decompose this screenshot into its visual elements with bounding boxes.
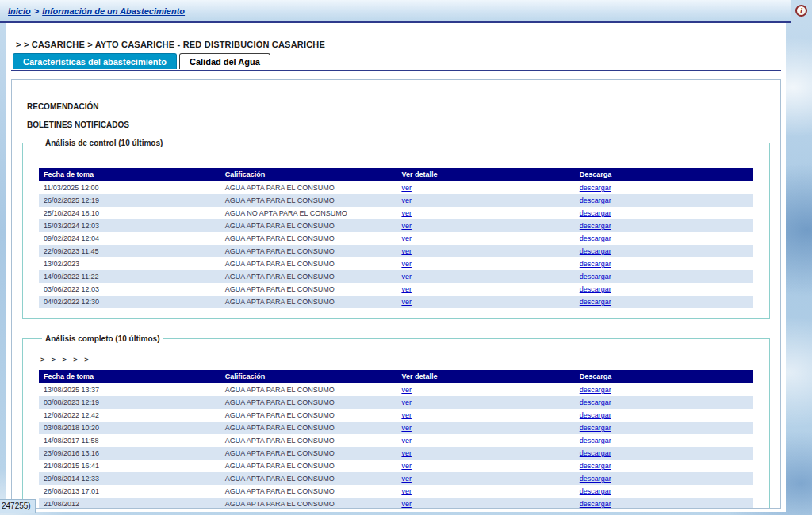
descargar-link[interactable]: descargar xyxy=(580,260,611,268)
ver-link[interactable]: ver xyxy=(401,399,412,406)
statusbar-fragment: 247255) xyxy=(0,499,36,513)
table-row: 03/06/2022 12:03 AGUA APTA PARA EL CONSU… xyxy=(39,283,753,296)
table-row: 04/02/2022 12:30 AGUA APTA PARA EL CONSU… xyxy=(39,296,753,308)
table-row: 25/10/2024 18:10 AGUA NO APTA PARA EL CO… xyxy=(39,207,753,219)
analisis-control-table: Fecha de toma Calificación Ver detalle D… xyxy=(39,168,753,308)
ver-link[interactable]: ver xyxy=(401,273,412,280)
table-row: 12/08/2022 12:42 AGUA APTA PARA EL CONSU… xyxy=(39,409,753,422)
fecha-cell: 26/02/2025 12:19 xyxy=(39,194,220,207)
calificacion-cell: AGUA NO APTA PARA EL CONSUMO xyxy=(220,207,397,219)
col-calificacion: Calificación xyxy=(220,370,397,383)
fecha-cell: 21/08/2015 16:41 xyxy=(39,460,220,472)
fecha-cell: 14/08/2017 11:58 xyxy=(39,434,220,447)
descargar-link[interactable]: descargar xyxy=(580,209,611,217)
ver-link[interactable]: ver xyxy=(401,500,412,508)
table-row: 26/02/2025 12:19 AGUA APTA PARA EL CONSU… xyxy=(39,194,753,207)
calificacion-cell: AGUA APTA PARA EL CONSUMO xyxy=(220,396,397,409)
descargar-link[interactable]: descargar xyxy=(580,399,611,406)
table-row: 03/08/2023 12:19 AGUA APTA PARA EL CONSU… xyxy=(39,396,753,409)
ver-link[interactable]: ver xyxy=(401,196,412,204)
calificacion-cell: AGUA APTA PARA EL CONSUMO xyxy=(220,472,397,485)
analisis-control-fieldset: Análisis de control (10 últimos) Fecha d… xyxy=(22,139,770,319)
tab-calidad-agua[interactable]: Calidad del Agua xyxy=(179,53,270,69)
table-row: 21/08/2015 16:41 AGUA APTA PARA EL CONSU… xyxy=(39,460,753,472)
breadcrumb: Inicio>Información de un Abastecimiento xyxy=(8,6,185,16)
ver-link[interactable]: ver xyxy=(401,285,412,293)
info-icon[interactable]: i xyxy=(795,5,807,17)
descargar-link[interactable]: descargar xyxy=(580,298,611,306)
breadcrumb-current-link[interactable]: Información de un Abastecimiento xyxy=(42,6,185,16)
analisis-completo-table: Fecha de toma Calificación Ver detalle D… xyxy=(39,370,753,509)
calificacion-cell: AGUA APTA PARA EL CONSUMO xyxy=(220,447,397,460)
table-row: 11/03/2025 12:00 AGUA APTA PARA EL CONSU… xyxy=(39,181,753,194)
table-row: 09/02/2024 12:04 AGUA APTA PARA EL CONSU… xyxy=(39,232,753,245)
descargar-link[interactable]: descargar xyxy=(580,285,611,293)
fecha-cell: 09/02/2024 12:04 xyxy=(39,232,220,245)
col-descarga: Descarga xyxy=(575,168,753,181)
breadcrumb-home-link[interactable]: Inicio xyxy=(8,6,31,16)
descargar-link[interactable]: descargar xyxy=(580,462,611,470)
calificacion-cell: AGUA APTA PARA EL CONSUMO xyxy=(220,232,397,245)
table-row: 03/08/2018 10:20 AGUA APTA PARA EL CONSU… xyxy=(39,422,753,434)
content-panel: > > CASARICHE > AYTO CASARICHE - RED DIS… xyxy=(6,23,786,512)
fecha-cell: 11/03/2025 12:00 xyxy=(39,181,220,194)
descargar-link[interactable]: descargar xyxy=(580,235,611,242)
calificacion-cell: AGUA APTA PARA EL CONSUMO xyxy=(220,296,397,308)
pagination-link[interactable]: > xyxy=(84,356,88,364)
descargar-link[interactable]: descargar xyxy=(580,487,611,495)
table-row: 14/09/2022 11:22 AGUA APTA PARA EL CONSU… xyxy=(39,270,753,283)
ver-link[interactable]: ver xyxy=(401,184,412,192)
col-descarga: Descarga xyxy=(575,370,753,383)
descargar-link[interactable]: descargar xyxy=(580,184,611,192)
pagination: > > > > > xyxy=(40,356,753,364)
descargar-link[interactable]: descargar xyxy=(580,437,611,444)
descargar-link[interactable]: descargar xyxy=(580,273,611,280)
ver-link[interactable]: ver xyxy=(401,487,412,495)
descargar-link[interactable]: descargar xyxy=(580,500,611,508)
ver-link[interactable]: ver xyxy=(401,462,412,470)
ver-link[interactable]: ver xyxy=(401,386,412,394)
fecha-cell: 03/08/2023 12:19 xyxy=(39,396,220,409)
col-ver-detalle: Ver detalle xyxy=(396,168,574,181)
descargar-link[interactable]: descargar xyxy=(580,411,611,419)
descargar-link[interactable]: descargar xyxy=(580,247,611,255)
ver-link[interactable]: ver xyxy=(401,424,412,432)
pagination-link[interactable]: > xyxy=(52,356,56,364)
ver-link[interactable]: ver xyxy=(401,260,412,268)
ver-link[interactable]: ver xyxy=(401,209,412,217)
ver-link[interactable]: ver xyxy=(401,475,412,483)
calificacion-cell: AGUA APTA PARA EL CONSUMO xyxy=(220,258,397,270)
table-header-row: Fecha de toma Calificación Ver detalle D… xyxy=(39,370,753,383)
table-row: 26/08/2013 17:01 AGUA APTA PARA EL CONSU… xyxy=(39,485,753,498)
ver-link[interactable]: ver xyxy=(401,449,412,457)
pagination-link[interactable]: > xyxy=(73,356,77,364)
ver-link[interactable]: ver xyxy=(401,298,412,306)
tab-bar: Características del abastecimiento Calid… xyxy=(13,53,270,69)
descargar-link[interactable]: descargar xyxy=(580,222,611,230)
col-calificacion: Calificación xyxy=(220,168,397,181)
pagination-link[interactable]: > xyxy=(63,356,67,364)
table-row: 22/09/2023 11:45 AGUA APTA PARA EL CONSU… xyxy=(39,245,753,258)
descargar-link[interactable]: descargar xyxy=(580,449,611,457)
ver-link[interactable]: ver xyxy=(401,235,412,242)
ver-link[interactable]: ver xyxy=(401,411,412,419)
col-fecha-toma: Fecha de toma xyxy=(39,168,220,181)
calificacion-cell: AGUA APTA PARA EL CONSUMO xyxy=(220,181,397,194)
ver-link[interactable]: ver xyxy=(401,247,412,255)
fecha-cell: 21/08/2012 xyxy=(39,498,220,509)
calificacion-cell: AGUA APTA PARA EL CONSUMO xyxy=(220,219,397,232)
calificacion-cell: AGUA APTA PARA EL CONSUMO xyxy=(220,485,397,498)
content-box: RECOMENDACIÓN BOLETINES NOTIFICADOS Anál… xyxy=(11,79,781,509)
descargar-link[interactable]: descargar xyxy=(580,196,611,204)
fecha-cell: 15/03/2024 12:03 xyxy=(39,219,220,232)
fecha-cell: 04/02/2022 12:30 xyxy=(39,296,220,308)
descargar-link[interactable]: descargar xyxy=(580,424,611,432)
table-row: 21/08/2012 AGUA APTA PARA EL CONSUMO ver… xyxy=(39,498,753,509)
ver-link[interactable]: ver xyxy=(401,222,412,230)
descargar-link[interactable]: descargar xyxy=(580,386,611,394)
tab-caracteristicas[interactable]: Características del abastecimiento xyxy=(13,53,177,69)
calificacion-cell: AGUA APTA PARA EL CONSUMO xyxy=(220,498,397,509)
pagination-link[interactable]: > xyxy=(40,356,44,364)
ver-link[interactable]: ver xyxy=(401,437,412,444)
descargar-link[interactable]: descargar xyxy=(580,475,611,483)
